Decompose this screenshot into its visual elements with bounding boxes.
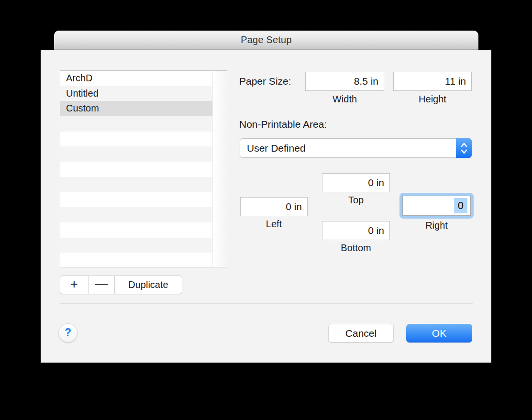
list-item[interactable]: Untitled	[60, 86, 212, 101]
list-row-empty	[60, 132, 212, 147]
paper-height-input[interactable]: 11 in	[393, 72, 472, 91]
paper-width-input[interactable]: 8.5 in	[305, 72, 384, 91]
list-row-empty	[60, 222, 212, 238]
chevron-up-down-icon	[460, 142, 468, 155]
list-item[interactable]: Custom	[60, 101, 212, 116]
margin-left-input[interactable]: 0 in	[240, 197, 308, 216]
non-printable-area-label: Non-Printable Area:	[239, 119, 327, 130]
dropdown-selected-value: User Defined	[240, 143, 306, 154]
non-printable-area-dropdown[interactable]: User Defined	[240, 138, 472, 158]
paper-preset-list[interactable]: ArchDUntitledCustom	[60, 70, 227, 267]
list-row-empty	[60, 192, 212, 208]
screen-background: { "window": { "title": "Page Setup" }, "…	[0, 0, 532, 420]
selected-text: 0	[454, 198, 467, 213]
paper-width-caption: Width	[305, 94, 384, 105]
window-title: Page Setup	[241, 34, 292, 45]
list-row-empty	[60, 146, 212, 162]
list-item[interactable]: ArchD	[60, 71, 212, 86]
list-row-empty	[60, 177, 212, 192]
ok-button[interactable]: OK	[406, 324, 472, 343]
question-mark-icon: ?	[65, 326, 71, 339]
margin-bottom-input[interactable]: 0 in	[322, 221, 390, 240]
list-row-empty	[60, 253, 212, 267]
cancel-button[interactable]: Cancel	[328, 324, 394, 343]
list-row-empty	[60, 116, 212, 132]
page-setup-window: Page Setup ArchDUntitledCustom + — Dupli…	[0, 0, 532, 420]
margin-right-caption: Right	[399, 220, 474, 231]
dialog-body: ArchDUntitledCustom + — Duplicate Paper …	[41, 50, 491, 363]
list-row-empty	[60, 238, 212, 253]
list-scrollbar-track[interactable]	[212, 71, 227, 267]
preset-list-rows: ArchDUntitledCustom	[60, 71, 212, 267]
paper-height-caption: Height	[393, 94, 472, 105]
margin-right-input[interactable]: 0	[402, 196, 471, 216]
margin-top-input[interactable]: 0 in	[322, 173, 390, 192]
list-row-empty	[60, 162, 212, 177]
add-preset-button[interactable]: +	[60, 276, 88, 294]
remove-preset-button[interactable]: —	[88, 276, 114, 294]
margin-right-focus-ring: 0	[399, 193, 474, 219]
paper-size-label: Paper Size:	[239, 76, 291, 87]
duplicate-preset-button[interactable]: Duplicate	[114, 276, 182, 294]
dropdown-stepper	[456, 138, 472, 158]
margin-bottom-caption: Bottom	[322, 243, 390, 254]
margin-top-caption: Top	[322, 195, 390, 206]
window-title-bar: Page Setup	[54, 31, 478, 50]
margin-left-caption: Left	[240, 219, 308, 230]
help-button[interactable]: ?	[58, 323, 78, 343]
list-actions-segmented-control: + — Duplicate	[60, 276, 182, 294]
list-row-empty	[60, 207, 212, 222]
footer-divider	[60, 303, 473, 304]
